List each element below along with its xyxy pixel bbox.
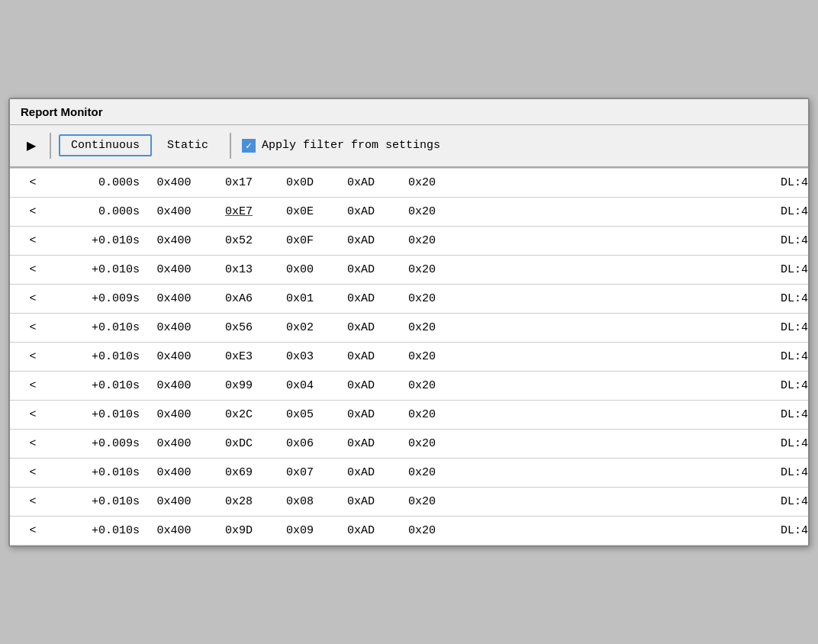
byte2: 0x00: [269, 255, 330, 284]
data-length: DL:4: [747, 197, 808, 226]
byte1-value: 0x9D: [225, 524, 253, 537]
byte4: 0x20: [391, 342, 452, 371]
data-length: DL:4: [747, 226, 808, 255]
can-id: 0x400: [140, 284, 208, 313]
data-length: DL:4: [747, 169, 808, 198]
direction-arrow: <: [10, 516, 56, 545]
spacer: [452, 487, 747, 516]
data-length: DL:4: [747, 371, 808, 400]
byte1-value: 0x56: [225, 321, 253, 334]
can-id: 0x400: [140, 313, 208, 342]
data-table: < 0.000s 0x400 0x17 0x0D 0xAD 0x20 DL:4 …: [10, 169, 808, 546]
byte2: 0x08: [269, 487, 330, 516]
byte1-value: 0x99: [225, 379, 253, 392]
table-row: < 0.000s 0x400 0xE7 0x0E 0xAD 0x20 DL:4: [10, 197, 808, 226]
timestamp: +0.010s: [56, 458, 140, 487]
byte2: 0x0E: [269, 197, 330, 226]
spacer: [452, 516, 747, 545]
timestamp: +0.010s: [56, 255, 140, 284]
byte4: 0x20: [391, 371, 452, 400]
spacer: [452, 313, 747, 342]
byte4: 0x20: [391, 313, 452, 342]
timestamp: +0.010s: [56, 226, 140, 255]
byte1-value: 0x69: [225, 466, 253, 479]
byte1: 0xE3: [208, 342, 269, 371]
byte1-value: 0xE3: [225, 350, 253, 363]
direction-arrow: <: [10, 197, 56, 226]
can-id: 0x400: [140, 226, 208, 255]
timestamp: +0.010s: [56, 516, 140, 545]
timestamp: +0.010s: [56, 400, 140, 429]
byte4: 0x20: [391, 429, 452, 458]
byte3: 0xAD: [330, 342, 391, 371]
byte2: 0x03: [269, 342, 330, 371]
byte1: 0x52: [208, 226, 269, 255]
filter-text: Apply filter from settings: [262, 139, 440, 152]
divider-2: [230, 133, 231, 159]
table-row: < +0.009s 0x400 0xDC 0x06 0xAD 0x20 DL:4: [10, 429, 808, 458]
direction-arrow: <: [10, 342, 56, 371]
timestamp: +0.010s: [56, 487, 140, 516]
spacer: [452, 371, 747, 400]
can-id: 0x400: [140, 342, 208, 371]
byte1: 0xE7: [208, 197, 269, 226]
filter-option[interactable]: ✓ Apply filter from settings: [242, 139, 440, 153]
byte4: 0x20: [391, 458, 452, 487]
data-length: DL:4: [747, 284, 808, 313]
byte1-value: 0x13: [225, 263, 253, 276]
byte3: 0xAD: [330, 284, 391, 313]
byte3: 0xAD: [330, 429, 391, 458]
table-row: < +0.010s 0x400 0x69 0x07 0xAD 0x20 DL:4: [10, 458, 808, 487]
direction-arrow: <: [10, 458, 56, 487]
spacer: [452, 255, 747, 284]
spacer: [452, 226, 747, 255]
can-id: 0x400: [140, 400, 208, 429]
byte4: 0x20: [391, 487, 452, 516]
table-row: < 0.000s 0x400 0x17 0x0D 0xAD 0x20 DL:4: [10, 169, 808, 198]
toolbar: ▶ Continuous Static ✓ Apply filter from …: [10, 125, 808, 168]
data-length: DL:4: [747, 255, 808, 284]
spacer: [452, 429, 747, 458]
data-length: DL:4: [747, 516, 808, 545]
continuous-button[interactable]: Continuous: [59, 134, 152, 156]
byte1: 0x69: [208, 458, 269, 487]
direction-arrow: <: [10, 226, 56, 255]
spacer: [452, 342, 747, 371]
timestamp: 0.000s: [56, 197, 140, 226]
spacer: [452, 458, 747, 487]
filter-checkbox[interactable]: ✓: [242, 139, 256, 153]
byte1-value: 0xA6: [225, 292, 253, 305]
byte1-value: 0x2C: [225, 408, 253, 421]
play-button[interactable]: ▶: [21, 135, 42, 156]
spacer: [452, 169, 747, 198]
byte1: 0xA6: [208, 284, 269, 313]
timestamp: +0.010s: [56, 371, 140, 400]
byte4: 0x20: [391, 169, 452, 198]
table-row: < +0.010s 0x400 0x9D 0x09 0xAD 0x20 DL:4: [10, 516, 808, 545]
byte2: 0x04: [269, 371, 330, 400]
timestamp: +0.009s: [56, 429, 140, 458]
direction-arrow: <: [10, 487, 56, 516]
can-id: 0x400: [140, 169, 208, 198]
timestamp: +0.009s: [56, 284, 140, 313]
static-button[interactable]: Static: [156, 136, 219, 155]
can-id: 0x400: [140, 371, 208, 400]
byte1-value: 0x28: [225, 495, 253, 508]
data-length: DL:4: [747, 400, 808, 429]
direction-arrow: <: [10, 284, 56, 313]
spacer: [452, 400, 747, 429]
table-row: < +0.010s 0x400 0x13 0x00 0xAD 0x20 DL:4: [10, 255, 808, 284]
can-id: 0x400: [140, 429, 208, 458]
byte2: 0x0F: [269, 226, 330, 255]
table-row: < +0.010s 0x400 0x56 0x02 0xAD 0x20 DL:4: [10, 313, 808, 342]
timestamp: 0.000s: [56, 169, 140, 198]
can-id: 0x400: [140, 255, 208, 284]
can-id: 0x400: [140, 197, 208, 226]
byte4: 0x20: [391, 516, 452, 545]
byte3: 0xAD: [330, 458, 391, 487]
byte4: 0x20: [391, 284, 452, 313]
data-length: DL:4: [747, 313, 808, 342]
timestamp: +0.010s: [56, 313, 140, 342]
can-id: 0x400: [140, 516, 208, 545]
timestamp: +0.010s: [56, 342, 140, 371]
